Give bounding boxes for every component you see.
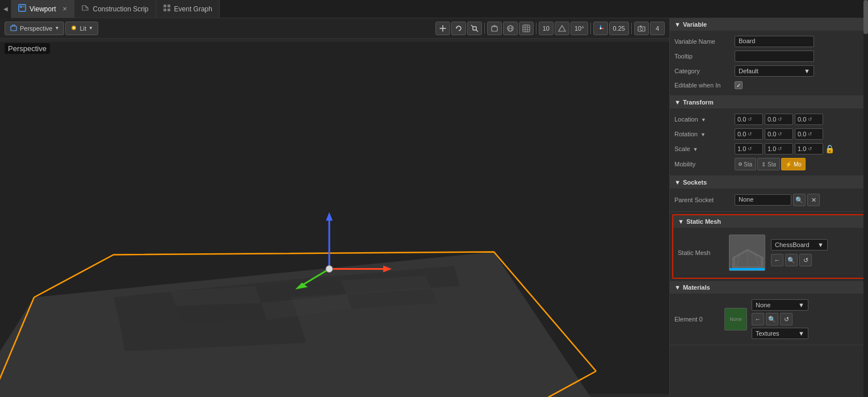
camera-speed-value: 4 bbox=[656, 25, 659, 32]
scale-x-value: 1.0 bbox=[737, 145, 746, 152]
rot-x-reset[interactable]: ↺ bbox=[748, 131, 752, 137]
variable-section-header[interactable]: ▼ Variable bbox=[670, 18, 868, 31]
mesh-info: ChessBoard ▼ ← 🔍 ↺ bbox=[771, 239, 828, 266]
variable-name-input[interactable]: Board bbox=[735, 36, 814, 47]
right-panel-scrollbar[interactable] bbox=[863, 18, 868, 397]
mesh-assign-button[interactable]: ← bbox=[771, 254, 783, 266]
scale-z-reset[interactable]: ↺ bbox=[808, 146, 812, 152]
transform-collapse-icon: ▼ bbox=[674, 99, 681, 106]
variable-name-label: Variable Name bbox=[674, 38, 731, 45]
lit-icon bbox=[70, 24, 77, 32]
rotation-y-input[interactable]: 0.0 ↺ bbox=[765, 128, 793, 140]
snap-scale-button[interactable]: 0.25 bbox=[609, 22, 629, 35]
camera-speed-button[interactable]: 4 bbox=[650, 22, 665, 35]
mesh-search-button[interactable]: 🔍 bbox=[785, 254, 798, 266]
scale-tool-button[interactable] bbox=[467, 22, 482, 35]
mesh-refresh-button[interactable]: ↺ bbox=[799, 254, 812, 266]
grid-size-button[interactable]: 10 bbox=[539, 22, 553, 35]
grid-view-button[interactable] bbox=[519, 22, 534, 35]
angle-snap-button[interactable]: 10° bbox=[571, 22, 588, 35]
toolbar-sep-1 bbox=[484, 23, 485, 34]
materials-section-header[interactable]: ▼ Materials bbox=[670, 281, 868, 294]
sockets-section-header[interactable]: ▼ Sockets bbox=[670, 176, 868, 189]
category-label: Category bbox=[674, 68, 731, 74]
parent-socket-label: Parent Socket bbox=[674, 197, 731, 203]
tab-construction[interactable]: Construction Scrip bbox=[74, 0, 156, 18]
mobility-row: Mobility Sta ⇕ Sta bbox=[670, 156, 868, 172]
rotation-dropdown-arrow: ▼ bbox=[701, 132, 706, 137]
transform-section-header[interactable]: ▼ Transform bbox=[670, 96, 868, 108]
material-refresh-button[interactable]: ↺ bbox=[780, 313, 792, 325]
svg-rect-15 bbox=[473, 27, 476, 30]
tab-scroll-left[interactable]: ◀ bbox=[0, 0, 11, 18]
material-thumbnail: None bbox=[724, 308, 747, 331]
loc-y-reset[interactable]: ↺ bbox=[778, 116, 782, 122]
static-mesh-section-title: Static Mesh bbox=[686, 218, 721, 225]
mobility-static1-label: Sta bbox=[744, 161, 752, 168]
material-name-dropdown[interactable]: None ▼ bbox=[752, 299, 808, 311]
perspective-button[interactable]: Perspective ▼ bbox=[5, 22, 64, 35]
category-dropdown-value: Default bbox=[739, 68, 758, 74]
box-view-button[interactable] bbox=[487, 22, 502, 35]
svg-rect-23 bbox=[523, 25, 530, 32]
move-tool-button[interactable] bbox=[435, 22, 450, 35]
materials-section-content: Element 0 None None ▼ ← 🔍 bbox=[670, 294, 868, 345]
socket-clear-button[interactable]: ✕ bbox=[807, 194, 820, 206]
scale-x-reset[interactable]: ↺ bbox=[748, 146, 752, 152]
location-y-input[interactable]: 0.0 ↺ bbox=[765, 114, 793, 125]
mobility-static1-button[interactable]: Sta bbox=[735, 158, 756, 170]
mesh-name-arrow: ▼ bbox=[817, 241, 824, 248]
location-x-input[interactable]: 0.0 ↺ bbox=[735, 114, 763, 125]
location-value-wrap: 0.0 ↺ 0.0 ↺ 0.0 ↺ bbox=[735, 114, 863, 125]
parent-socket-input[interactable]: None bbox=[735, 194, 791, 206]
material-textures-dropdown[interactable]: Textures ▼ bbox=[752, 328, 808, 339]
editable-checkbox[interactable] bbox=[735, 81, 743, 89]
mobility-movable-button[interactable]: ⚡ Mo bbox=[781, 158, 806, 170]
tooltip-input[interactable] bbox=[735, 51, 814, 62]
camera-button[interactable] bbox=[634, 22, 649, 35]
lit-button[interactable]: Lit ▼ bbox=[65, 22, 98, 35]
static-mesh-section-header[interactable]: ▼ Static Mesh bbox=[673, 215, 865, 228]
scale-y-input[interactable]: 1.0 ↺ bbox=[765, 143, 793, 154]
sockets-section-content: Parent Socket None 🔍 ✕ bbox=[670, 189, 868, 211]
viewport-icon bbox=[18, 4, 26, 14]
scale-x-input[interactable]: 1.0 ↺ bbox=[735, 143, 763, 154]
viewport-canvas[interactable]: Perspective bbox=[0, 39, 669, 397]
material-assign-button[interactable]: ← bbox=[752, 313, 764, 325]
material-search-button[interactable]: 🔍 bbox=[766, 313, 778, 325]
rotation-x-input[interactable]: 0.0 ↺ bbox=[735, 128, 763, 140]
tab-event-graph[interactable]: Event Graph bbox=[156, 0, 220, 18]
mesh-name-value: ChessBoard bbox=[775, 241, 810, 248]
scale-z-input[interactable]: 1.0 ↺ bbox=[795, 143, 823, 154]
rot-z-reset[interactable]: ↺ bbox=[808, 131, 812, 137]
rot-z-value: 0.0 bbox=[798, 131, 806, 137]
materials-section: ▼ Materials Element 0 None None ▼ bbox=[670, 281, 868, 345]
svg-rect-4 bbox=[167, 5, 170, 7]
scale-lock-icon[interactable]: 🔒 bbox=[825, 144, 835, 153]
tab-construction-label: Construction Scrip bbox=[93, 5, 148, 13]
svg-rect-3 bbox=[163, 5, 166, 7]
mesh-name-dropdown[interactable]: ChessBoard ▼ bbox=[771, 239, 828, 250]
world-local-button[interactable] bbox=[593, 22, 608, 35]
location-z-input[interactable]: 0.0 ↺ bbox=[795, 114, 823, 125]
rot-y-reset[interactable]: ↺ bbox=[778, 131, 782, 137]
scale-y-reset[interactable]: ↺ bbox=[778, 146, 782, 152]
rotation-value-wrap: 0.0 ↺ 0.0 ↺ 0.0 ↺ bbox=[735, 128, 863, 140]
mobility-static2-button[interactable]: ⇕ Sta bbox=[757, 158, 780, 170]
category-dropdown[interactable]: Default ▼ bbox=[735, 65, 814, 77]
tab-viewport-close[interactable]: ✕ bbox=[62, 6, 67, 12]
tab-viewport[interactable]: Viewport ✕ bbox=[11, 0, 74, 18]
sphere-view-button[interactable] bbox=[503, 22, 518, 35]
toolbar-sep-4 bbox=[631, 23, 632, 34]
rotation-z-input[interactable]: 0.0 ↺ bbox=[795, 128, 823, 140]
rotate-tool-button[interactable] bbox=[451, 22, 466, 35]
socket-search-button[interactable]: 🔍 bbox=[793, 194, 806, 206]
surface-snap-button[interactable] bbox=[555, 22, 569, 35]
mat-thumb-label: None bbox=[729, 316, 742, 322]
loc-x-reset[interactable]: ↺ bbox=[748, 116, 752, 122]
loc-x-value: 0.0 bbox=[737, 116, 746, 123]
transform-section-title: Transform bbox=[683, 99, 714, 106]
snap-scale-value: 0.25 bbox=[613, 25, 625, 32]
toolbar-sep-3 bbox=[590, 23, 591, 34]
loc-z-reset[interactable]: ↺ bbox=[808, 116, 812, 122]
